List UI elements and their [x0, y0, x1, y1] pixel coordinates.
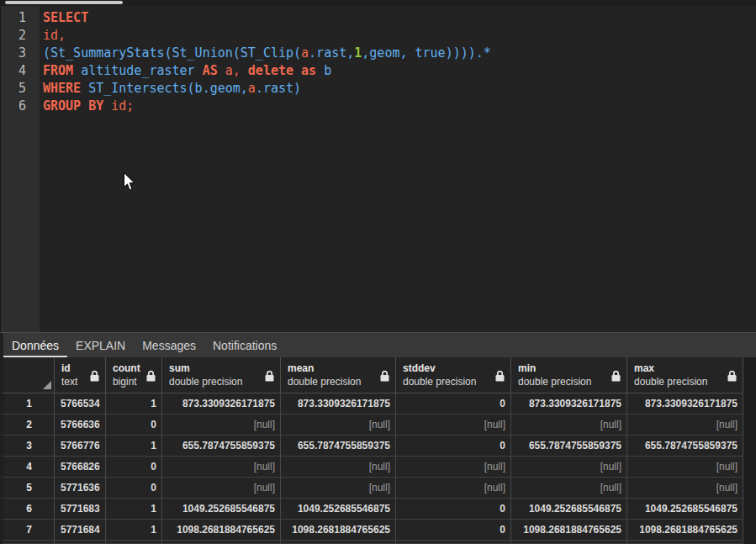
sql-token: id, [43, 28, 66, 43]
grid-corner-cell[interactable] [0, 357, 55, 393]
cell-sum[interactable]: [null] [162, 457, 281, 478]
line-number: 3 [3, 45, 26, 62]
line-number: 1 [3, 9, 26, 27]
cell-count[interactable]: 1 [106, 436, 162, 457]
cell-count[interactable]: 0 [106, 415, 162, 436]
row-number[interactable]: 3 [0, 436, 55, 457]
line-number: 2 [3, 27, 26, 45]
cell-min[interactable]: 1098.2681884765625 [511, 520, 627, 541]
cell-sum[interactable]: [null] [162, 415, 281, 436]
cell-count[interactable]: 1 [106, 520, 162, 541]
cell-sum[interactable]: [null] [162, 478, 281, 499]
cell-mean[interactable]: 1049.252685546875 [281, 499, 396, 520]
editor-horizontal-scrollbar[interactable] [0, 0, 756, 6]
column-header-sum[interactable]: sumdouble precision [162, 357, 281, 393]
cell-min[interactable]: 873.3309326171875 [511, 393, 627, 415]
scrollbar-thumb[interactable] [5, 1, 123, 4]
cell-max[interactable]: 873.3309326171875 [627, 393, 743, 415]
cell-sum[interactable]: 873.3309326171875 [162, 393, 281, 415]
cell-max[interactable]: 1049.252685546875 [627, 499, 743, 520]
row-number[interactable]: 7 [0, 520, 55, 541]
sql-token: b [316, 63, 331, 78]
cell-id[interactable]: 5766534 [55, 393, 106, 415]
code-line[interactable]: GROUP BY id; [43, 98, 756, 115]
cell-count[interactable]: 0 [106, 478, 162, 499]
row-number[interactable]: 2 [0, 415, 55, 436]
column-name: stddev [403, 362, 490, 375]
cell-sum[interactable]: 1049.252685546875 [162, 499, 281, 520]
tab-messages[interactable]: Messages [134, 333, 204, 357]
sql-code[interactable]: SELECTid,(St_SummaryStats(St_Union(ST_Cl… [40, 6, 756, 332]
tab-données[interactable]: Données [3, 333, 67, 357]
cell-stddev[interactable]: [null] [396, 415, 511, 436]
tab-explain[interactable]: EXPLAIN [67, 333, 134, 357]
cell-id[interactable]: 5771636 [55, 478, 106, 499]
readonly-lock-icon [145, 370, 156, 384]
cell-max[interactable]: 1098.2681884765625 [627, 520, 743, 541]
cell-stddev[interactable]: 0 [396, 393, 511, 415]
readonly-lock-icon [89, 370, 100, 384]
cell-mean[interactable]: [null] [281, 415, 396, 436]
cell-mean[interactable]: 873.3309326171875 [281, 393, 396, 415]
row-number[interactable]: 5 [0, 478, 55, 499]
column-header-mean[interactable]: meandouble precision [281, 357, 396, 393]
cell-stddev[interactable]: [null] [396, 478, 511, 499]
cell-min[interactable]: [null] [511, 415, 627, 436]
cell-id[interactable]: 5766826 [55, 457, 106, 478]
cell-max[interactable]: [null] [627, 415, 743, 436]
cell-min[interactable]: 1049.252685546875 [511, 499, 627, 520]
cell-id[interactable]: 5766636 [55, 415, 106, 436]
cell-id[interactable]: 5766776 [55, 436, 106, 457]
cell-mean[interactable]: 655.7874755859375 [281, 436, 396, 457]
column-header-stddev[interactable]: stddevdouble precision [396, 357, 511, 393]
column-header-count[interactable]: countbigint [106, 357, 162, 393]
code-line[interactable]: SELECT [43, 9, 756, 27]
cell-stddev[interactable]: 0 [396, 499, 511, 520]
line-number: 5 [3, 80, 26, 98]
cell-max[interactable]: [null] [627, 457, 743, 478]
column-header-id[interactable]: idtext [55, 357, 106, 393]
row-number[interactable]: 6 [0, 499, 55, 520]
table-row: 6577168311049.2526855468751049.252685546… [0, 499, 743, 520]
cell-id[interactable]: 5771684 [55, 520, 106, 541]
select-all-corner-icon [43, 381, 51, 389]
cell-mean[interactable]: [null] [281, 457, 396, 478]
cell-min[interactable]: [null] [511, 478, 627, 499]
column-header-max[interactable]: maxdouble precision [627, 357, 743, 393]
cell-count[interactable]: 1 [106, 393, 162, 415]
cell-max[interactable]: 655.7874755859375 [627, 436, 743, 457]
column-name: max [634, 362, 722, 375]
cell-sum[interactable]: 1098.2681884765625 [162, 520, 281, 541]
code-line[interactable]: (St_SummaryStats(St_Union(ST_Clip(a.rast… [43, 45, 756, 62]
sql-token: id; [103, 98, 134, 114]
cell-id[interactable]: 5771683 [55, 499, 106, 520]
code-line[interactable]: WHERE ST_Intersects(b.geom,a.rast) [43, 80, 756, 98]
query-tool-window: 123456 SELECTid,(St_SummaryStats(St_Unio… [0, 0, 756, 544]
row-number[interactable]: 1 [0, 393, 55, 415]
cell-min[interactable]: [null] [511, 457, 627, 478]
cell-count[interactable]: 0 [106, 457, 162, 478]
tab-notifications[interactable]: Notifications [204, 333, 285, 357]
cell-count[interactable]: 1 [106, 499, 162, 520]
column-header-min[interactable]: mindouble precision [511, 357, 627, 393]
cell-mean[interactable]: 1098.2681884765625 [281, 520, 396, 541]
readonly-lock-icon [264, 370, 275, 384]
code-line[interactable]: FROM altitude_raster AS a, delete as b [43, 62, 756, 80]
cell-stddev[interactable]: 0 [396, 436, 511, 457]
column-type: bigint [113, 375, 141, 388]
table-row: 357667761655.7874755859375655.7874755859… [0, 436, 743, 457]
editor-left-border [0, 6, 3, 332]
result-table: idtextcountbigintsumdouble precisionmean… [0, 357, 743, 544]
cell-min[interactable]: 655.7874755859375 [511, 436, 627, 457]
sql-token: (St_SummaryStats(St_Union(ST_Clip( [43, 45, 301, 61]
cell-max[interactable]: [null] [627, 478, 743, 499]
code-line[interactable]: id, [43, 27, 756, 45]
cell-sum[interactable]: 655.7874755859375 [162, 436, 281, 457]
cell-stddev[interactable]: [null] [396, 457, 511, 478]
table-row: 257666360[null][null][null][null][null] [0, 415, 743, 436]
cell-mean[interactable]: [null] [281, 478, 396, 499]
cell-stddev[interactable]: 0 [396, 520, 511, 541]
sql-token: GROUP BY [43, 98, 103, 114]
sql-editor[interactable]: 123456 SELECTid,(St_SummaryStats(St_Unio… [0, 6, 756, 332]
row-number[interactable]: 4 [0, 457, 55, 478]
